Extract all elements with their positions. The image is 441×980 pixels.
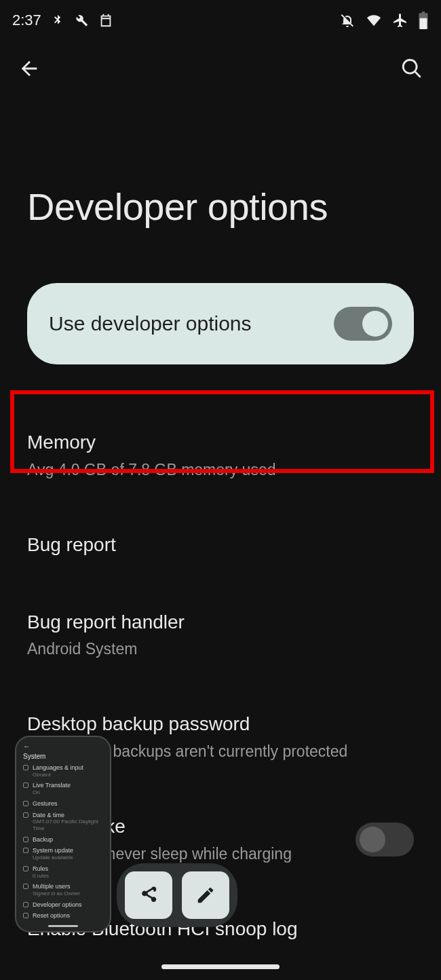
setting-subtitle: Android System (27, 639, 414, 660)
pencil-icon (195, 885, 216, 905)
list-item: Gestures (23, 800, 103, 808)
home-indicator[interactable] (161, 964, 280, 969)
share-icon (138, 885, 159, 905)
wifi-icon (365, 13, 383, 28)
use-developer-options-toggle[interactable]: Use developer options (27, 283, 414, 364)
page-title: Developer options (0, 83, 441, 229)
list-item: Date & timeGMT-07:00 Pacific Daylight Ti… (23, 812, 103, 832)
calendar-icon (98, 13, 113, 28)
list-item: Developer options (23, 901, 103, 909)
list-item: Languages & inputGboard (23, 764, 103, 778)
status-bar: 2:37 (0, 0, 441, 41)
screenshot-preview[interactable]: ← System Languages & inputGboard Live Tr… (15, 736, 111, 932)
back-button[interactable] (18, 57, 41, 83)
bug-report-row[interactable]: Bug report (0, 516, 441, 574)
list-item: Live TranslateOn (23, 782, 103, 795)
home-indicator-mini (48, 925, 78, 927)
memory-row[interactable]: Memory Avg 4.0 GB of 7.8 GB memory used (0, 413, 441, 497)
battery-icon (418, 12, 429, 29)
share-button[interactable] (125, 871, 172, 919)
list-item: System updateUpdate available (23, 847, 103, 861)
oem-unlocking-row[interactable]: OEM unlocking Allow the bootloader to be… (0, 977, 441, 980)
wrench-icon (74, 13, 89, 28)
edit-button[interactable] (182, 871, 229, 919)
list-item: Reset options (23, 912, 103, 920)
bug-report-handler-row[interactable]: Bug report handler Android System (0, 593, 441, 677)
list-item: Backup (23, 836, 103, 844)
setting-title: Bug report handler (27, 609, 414, 635)
screenshot-action-bar (117, 863, 237, 927)
search-button[interactable] (400, 57, 423, 83)
airplane-icon (392, 12, 408, 29)
setting-subtitle: Avg 4.0 GB of 7.8 GB memory used (27, 459, 414, 480)
status-time: 2:37 (12, 12, 41, 29)
setting-title: Desktop backup password (27, 711, 414, 737)
setting-title: Memory (27, 430, 414, 455)
stay-awake-switch[interactable] (356, 823, 414, 856)
setting-title: Bug report (27, 532, 414, 558)
switch-on-icon (334, 307, 392, 341)
screenshot-preview-title: System (23, 753, 103, 760)
app-bar (0, 41, 441, 83)
use-developer-options-label: Use developer options (49, 312, 252, 335)
bluetooth-icon (51, 12, 64, 29)
list-item: Rules0 rules (23, 865, 103, 879)
back-arrow-mini-icon: ← (23, 742, 103, 750)
notifications-off-icon (339, 12, 356, 29)
list-item: Multiple usersSigned in as Owner (23, 883, 103, 897)
